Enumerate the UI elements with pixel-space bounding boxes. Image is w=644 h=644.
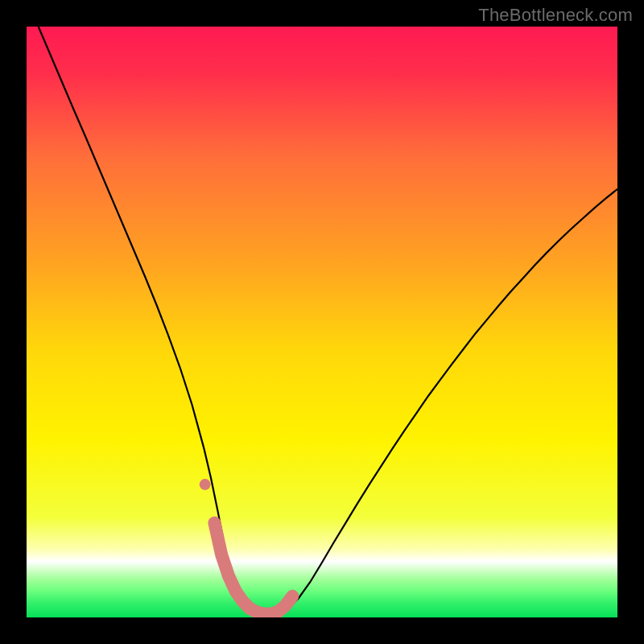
- watermark-text: TheBottleneck.com: [478, 5, 633, 26]
- chart-background: [27, 27, 617, 617]
- chart-frame: TheBottleneck.com: [0, 0, 644, 644]
- marker-dot: [200, 479, 211, 490]
- points-layer: [200, 479, 211, 490]
- plot-area: [27, 27, 617, 617]
- chart-svg: [27, 27, 617, 617]
